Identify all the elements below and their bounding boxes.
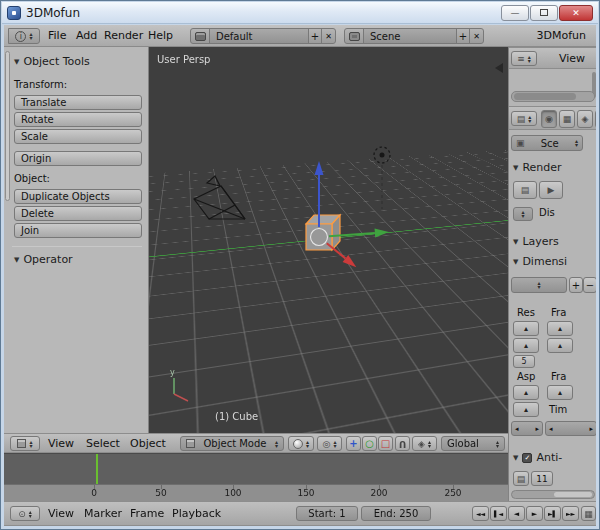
manipulator-rotate-button[interactable]: ○ bbox=[362, 436, 377, 451]
samples-11-button[interactable]: 11 bbox=[531, 471, 553, 486]
resolution-x-stepper[interactable]: ▴ bbox=[513, 321, 539, 336]
render-image-button[interactable]: ▤ bbox=[513, 181, 537, 199]
scene-value: Scene bbox=[370, 31, 401, 42]
menu-add[interactable]: Add bbox=[76, 29, 97, 42]
dimensions-title: Dimensi bbox=[522, 255, 567, 268]
render-animation-button[interactable]: ▶ bbox=[539, 181, 563, 199]
frame-start-field[interactable]: Start: 1 bbox=[296, 506, 358, 521]
dimensions-panel-header[interactable]: ▼ Dimensi bbox=[513, 255, 567, 268]
tab-scene[interactable]: ▦ bbox=[559, 110, 575, 128]
menu-view[interactable]: View bbox=[48, 437, 74, 450]
render-panel-header[interactable]: ▼ Render bbox=[513, 161, 562, 174]
editor-type-button[interactable]: ≡ ▴▾ bbox=[511, 51, 537, 66]
display-dropdown[interactable]: ▴▾ bbox=[513, 207, 533, 221]
scale-button[interactable]: Scale bbox=[14, 129, 142, 144]
operator-panel-header[interactable]: ▼ Operator bbox=[14, 253, 73, 266]
rotate-button[interactable]: Rotate bbox=[14, 112, 142, 127]
menu-frame[interactable]: Frame bbox=[130, 507, 164, 520]
join-button[interactable]: Join bbox=[14, 223, 142, 238]
editor-type-button[interactable]: ▤ ▴▾ bbox=[511, 111, 537, 126]
remove-preset-button[interactable]: − bbox=[583, 277, 596, 293]
frame-start-stepper[interactable]: ▴ bbox=[547, 321, 573, 336]
snap-element-dropdown[interactable]: ◈ ▴▾ bbox=[412, 436, 437, 451]
editor-type-info-button[interactable]: i ▴▾ bbox=[8, 28, 40, 44]
object-tools-panel-header[interactable]: ▼ Object Tools bbox=[14, 55, 90, 68]
menu-view[interactable]: View bbox=[559, 52, 585, 65]
scrollbar-thumb[interactable] bbox=[554, 492, 592, 497]
timeline-ruler[interactable]: 0 50 100 150 200 250 bbox=[4, 484, 508, 501]
resolution-y-stepper[interactable]: ▴ bbox=[513, 338, 539, 353]
delete-scene-button[interactable]: ✕ bbox=[469, 28, 484, 44]
origin-button[interactable]: Origin bbox=[14, 151, 142, 166]
dropdown-arrows-icon: ▴▾ bbox=[275, 440, 278, 448]
orientation-dropdown[interactable]: Global ▴▾ bbox=[441, 436, 505, 451]
keying-set-button[interactable]: ▦ bbox=[581, 506, 596, 521]
outliner-horizontal-scrollbar[interactable] bbox=[511, 91, 595, 102]
scene-browse-button[interactable] bbox=[344, 28, 364, 44]
delete-layout-button[interactable]: ✕ bbox=[321, 28, 336, 44]
menu-help[interactable]: Help bbox=[148, 29, 173, 42]
add-scene-button[interactable]: + bbox=[456, 28, 470, 44]
menu-render[interactable]: Render bbox=[104, 29, 143, 42]
samples-icon-button[interactable]: ▤ bbox=[513, 471, 529, 486]
menu-view[interactable]: View bbox=[48, 507, 74, 520]
collapsed-panel-arrow-icon[interactable] bbox=[495, 63, 503, 73]
jump-to-start-button[interactable]: ◄◄ bbox=[472, 506, 489, 521]
jump-to-end-button[interactable]: ►► bbox=[562, 506, 579, 521]
menu-marker[interactable]: Marker bbox=[84, 507, 122, 520]
menu-select[interactable]: Select bbox=[86, 437, 120, 450]
play-button[interactable]: ► bbox=[526, 506, 543, 521]
menu-object[interactable]: Object bbox=[130, 437, 166, 450]
frame-end-stepper[interactable]: ▴ bbox=[547, 338, 573, 353]
frame-step-stepper[interactable]: ▴ bbox=[547, 385, 573, 400]
pivot-point-dropdown[interactable]: ◎ ▴▾ bbox=[317, 436, 342, 451]
axis-x-arrow[interactable] bbox=[324, 240, 359, 271]
properties-horizontal-scrollbar[interactable] bbox=[511, 490, 595, 499]
snap-magnet-button[interactable]: U bbox=[395, 436, 410, 451]
context-breadcrumb[interactable]: ▣ Sce ▴▾ bbox=[511, 135, 583, 151]
add-layout-button[interactable]: + bbox=[308, 28, 322, 44]
duplicate-objects-button[interactable]: Duplicate Objects bbox=[14, 189, 142, 204]
close-button[interactable]: ✕ bbox=[559, 5, 593, 21]
screen-layout-dropdown[interactable]: Default bbox=[209, 28, 309, 44]
add-preset-button[interactable]: + bbox=[569, 277, 583, 293]
timeline-track[interactable] bbox=[4, 453, 508, 484]
lamp-object[interactable] bbox=[374, 147, 390, 209]
resolution-percentage-field[interactable]: 5 bbox=[513, 355, 535, 368]
scene-dropdown[interactable]: Scene bbox=[363, 28, 457, 44]
anti-aliasing-panel-header[interactable]: ▼ ✓ Anti- bbox=[513, 451, 562, 464]
camera-object[interactable] bbox=[194, 176, 245, 219]
render-preset-dropdown[interactable]: ▴▾ bbox=[511, 277, 567, 293]
manipulator-translate-button[interactable]: + bbox=[346, 436, 361, 451]
tab-world[interactable]: ◈ bbox=[577, 110, 593, 128]
next-keyframe-button[interactable]: ►▌ bbox=[544, 506, 561, 521]
menu-playback[interactable]: Playback bbox=[172, 507, 221, 520]
layers-panel-header[interactable]: ▼ Layers bbox=[513, 235, 559, 248]
editor-type-button[interactable]: ▴▾ bbox=[10, 436, 40, 451]
tab-render[interactable]: ◉ bbox=[541, 110, 557, 128]
aspect-y-stepper[interactable]: ▴ bbox=[513, 402, 539, 417]
aspect-x-stepper[interactable]: ▴ bbox=[513, 385, 539, 400]
fps-slider[interactable]: ◂▸ bbox=[511, 421, 543, 436]
menu-file[interactable]: File bbox=[48, 29, 66, 42]
play-reverse-button[interactable]: ◄ bbox=[508, 506, 525, 521]
anti-aliasing-checkbox[interactable]: ✓ bbox=[522, 453, 532, 463]
viewport-3d[interactable]: y User Persp (1) Cube bbox=[149, 47, 508, 433]
maximize-button[interactable] bbox=[530, 5, 558, 21]
screen-layout-browse-button[interactable] bbox=[190, 28, 210, 44]
scrollbar-thumb[interactable] bbox=[514, 93, 576, 100]
current-frame-marker[interactable] bbox=[96, 454, 98, 484]
viewport-shading-dropdown[interactable]: ▴▾ bbox=[288, 436, 314, 451]
tool-shelf-scrollbar[interactable] bbox=[5, 51, 10, 201]
editor-type-button[interactable]: ⊙ ▴▾ bbox=[10, 506, 40, 521]
frame-end-field[interactable]: End: 250 bbox=[361, 506, 431, 521]
time-remap-slider[interactable]: ◂▸ bbox=[545, 421, 596, 436]
delete-button[interactable]: Delete bbox=[14, 206, 142, 221]
tab-object[interactable]: ▣ bbox=[595, 110, 596, 128]
title-bar[interactable]: 3DMofun — ✕ bbox=[2, 2, 598, 24]
mode-dropdown[interactable]: Object Mode ▴▾ bbox=[180, 436, 284, 451]
manipulator-scale-button[interactable]: □ bbox=[378, 436, 393, 451]
minimize-button[interactable]: — bbox=[501, 5, 529, 21]
translate-button[interactable]: Translate bbox=[14, 95, 142, 110]
previous-keyframe-button[interactable]: ▌◄ bbox=[490, 506, 507, 521]
